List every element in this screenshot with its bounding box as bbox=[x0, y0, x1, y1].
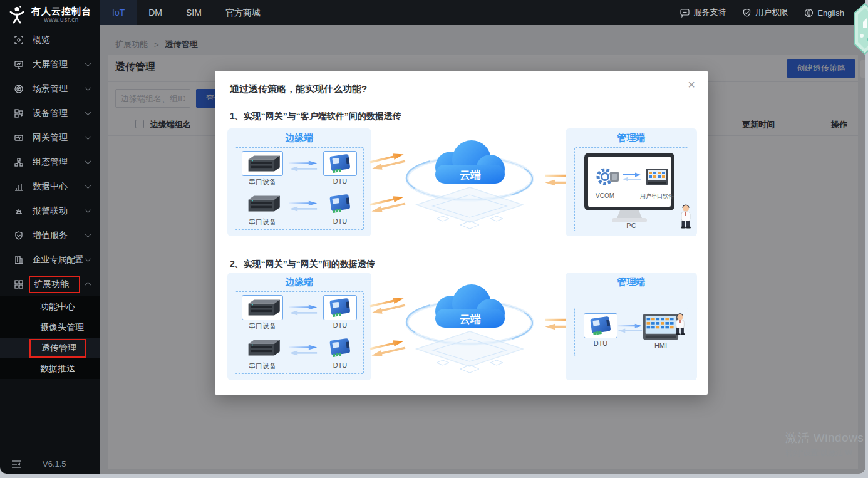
dtu-illustration bbox=[327, 297, 353, 318]
language-switch-link[interactable]: English bbox=[804, 8, 844, 18]
section-1-heading: 1、实现“网关”与“客户端软件”间的数据透传 bbox=[230, 111, 401, 122]
language-label: English bbox=[817, 8, 844, 18]
edge-panel: 边缘端 串口设备 DTU bbox=[227, 128, 371, 236]
service-support-link[interactable]: 服务支持 bbox=[680, 7, 726, 18]
watermark-line2: 转到“设置”以激活 W bbox=[785, 448, 867, 459]
sidebar-item-datacenter[interactable]: 数据中心 bbox=[0, 174, 100, 199]
sidebar-item-label: 大屏管理 bbox=[33, 59, 86, 70]
dtu-label: DTU bbox=[333, 177, 348, 185]
user-permission-label: 用户权限 bbox=[755, 7, 788, 18]
cloud-label: 云端 bbox=[460, 169, 481, 181]
sidebar-item-label: 数据中心 bbox=[33, 181, 86, 192]
service-support-label: 服务支持 bbox=[693, 7, 726, 18]
submenu-item-label: 透传管理 bbox=[41, 343, 76, 353]
scene-icon bbox=[14, 84, 24, 94]
section-2-heading: 2、实现“网关”与“网关”间的数据透传 bbox=[230, 259, 375, 270]
submenu-item-label: 摄像头管理 bbox=[40, 322, 84, 333]
chevron-up-icon bbox=[85, 282, 91, 288]
dtu-device: DTU bbox=[323, 151, 357, 185]
chevron-down-icon bbox=[85, 60, 91, 66]
logo-title: 有人云控制台 bbox=[31, 6, 91, 16]
cloud-label: 云端 bbox=[460, 313, 481, 325]
dtu-device: DTU bbox=[584, 313, 617, 347]
sidebar-item-value-service[interactable]: 增值服务 bbox=[0, 223, 100, 247]
chevron-down-icon bbox=[85, 231, 91, 237]
chevron-down-icon bbox=[85, 85, 91, 91]
manage-dotted-group: DTU HMI bbox=[574, 308, 688, 356]
serial-device-illustration bbox=[244, 153, 281, 174]
submenu-item-camera-management[interactable]: 摄像头管理 bbox=[0, 317, 100, 338]
dtu-label: DTU bbox=[594, 340, 608, 347]
person-illustration bbox=[674, 312, 686, 336]
submenu-item-function-center[interactable]: 功能中心 bbox=[0, 296, 100, 317]
collapse-sidebar-icon[interactable] bbox=[11, 460, 21, 469]
value-service-icon bbox=[14, 231, 24, 241]
tab-dm[interactable]: DM bbox=[137, 0, 174, 25]
sidebar-item-gateway[interactable]: 网关管理 bbox=[0, 125, 100, 150]
serial-device: 串口设备 bbox=[242, 151, 283, 187]
edge-dotted-group: 串口设备 DTU 串口设备 bbox=[235, 147, 364, 230]
floating-gem-badge-icon[interactable] bbox=[854, 3, 868, 55]
submenu-item-passthrough-management[interactable]: 透传管理 bbox=[0, 338, 100, 358]
passthrough-help-modal: 通过透传策略，能实现什么功能? × 1、实现“网关”与“客户端软件”间的数据透传… bbox=[215, 71, 708, 395]
manage-dotted-group: VCOM 用户串口软件 PC bbox=[574, 147, 688, 231]
sidebar-item-label: 扩展功能 bbox=[34, 279, 69, 289]
dtu-illustration bbox=[587, 315, 614, 336]
modal-title: 通过透传策略，能实现什么功能? bbox=[230, 83, 367, 95]
shield-icon bbox=[742, 8, 752, 18]
close-icon[interactable]: × bbox=[688, 78, 695, 91]
alarm-icon bbox=[14, 206, 24, 216]
chevron-down-icon bbox=[85, 256, 91, 262]
sidebar-item-scene[interactable]: 场景管理 bbox=[0, 76, 100, 101]
bidirectional-arrow-icon bbox=[289, 200, 318, 212]
sidebar-item-label: 设备管理 bbox=[33, 108, 86, 119]
serial-device-illustration bbox=[244, 297, 281, 318]
serial-device-label: 串口设备 bbox=[249, 177, 276, 187]
dtu-device: DTU bbox=[323, 295, 357, 329]
app-window: IoT DM SIM 官方商城 服务支持 用户权限 English 扩展功能 >… bbox=[0, 0, 865, 474]
user-serial-software-label: 用户串口软件 bbox=[640, 193, 674, 199]
sidebar-item-topology[interactable]: 组态管理 bbox=[0, 150, 100, 174]
tab-official-store[interactable]: 官方商城 bbox=[214, 0, 272, 25]
serial-device-label: 串口设备 bbox=[249, 361, 276, 371]
sidebar: 有人云控制台 www.usr.cn 概览 大屏管理 场景管理 设备管理 网关管理 bbox=[0, 0, 100, 474]
dtu-device: DTU bbox=[323, 335, 357, 369]
submenu-item-data-push[interactable]: 数据推送 bbox=[0, 358, 100, 379]
chevron-down-icon bbox=[85, 109, 91, 115]
overview-icon bbox=[14, 35, 24, 45]
dtu-label: DTU bbox=[333, 361, 348, 369]
tab-sim[interactable]: SIM bbox=[174, 0, 214, 25]
sidebar-item-enterprise-config[interactable]: 企业专属配置 bbox=[0, 247, 100, 272]
hmi-label: HMI bbox=[654, 341, 667, 349]
chevron-down-icon bbox=[85, 133, 91, 140]
submenu-item-label: 数据推送 bbox=[40, 363, 75, 375]
sidebar-item-overview[interactable]: 概览 bbox=[0, 28, 100, 52]
usr-person-logo-icon bbox=[8, 5, 26, 24]
sidebar-item-alarm[interactable]: 报警联动 bbox=[0, 199, 100, 223]
bidirectional-arrow-icon bbox=[289, 160, 318, 172]
sidebar-item-extension[interactable]: 扩展功能 bbox=[0, 272, 100, 296]
dtu-illustration bbox=[327, 337, 353, 358]
serial-device-label: 串口设备 bbox=[249, 321, 276, 331]
bidirectional-arrow-icon bbox=[617, 322, 643, 335]
serial-device-label: 串口设备 bbox=[249, 217, 276, 227]
watermark-line1: 激活 Windows bbox=[785, 430, 867, 446]
pc-monitor-illustration: VCOM 用户串口软件 bbox=[582, 152, 676, 224]
extension-icon bbox=[14, 279, 24, 289]
sidebar-item-label: 报警联动 bbox=[33, 205, 86, 217]
person-illustration bbox=[679, 203, 693, 229]
dtu-device: DTU bbox=[323, 191, 357, 225]
vcom-label: VCOM bbox=[596, 192, 614, 199]
tab-iot[interactable]: IoT bbox=[100, 0, 137, 25]
sidebar-item-bigscreen[interactable]: 大屏管理 bbox=[0, 52, 100, 76]
bidirectional-arrow-icon bbox=[289, 304, 318, 316]
logo[interactable]: 有人云控制台 www.usr.cn bbox=[0, 0, 100, 28]
sidebar-item-label: 网关管理 bbox=[33, 132, 86, 143]
datacenter-icon bbox=[14, 182, 24, 192]
dtu-label: DTU bbox=[333, 321, 348, 329]
serial-device: 串口设备 bbox=[242, 191, 283, 227]
sidebar-item-label: 增值服务 bbox=[33, 230, 86, 241]
user-permission-link[interactable]: 用户权限 bbox=[742, 7, 788, 18]
header-links: 服务支持 用户权限 English bbox=[680, 7, 865, 18]
sidebar-item-device[interactable]: 设备管理 bbox=[0, 101, 100, 125]
